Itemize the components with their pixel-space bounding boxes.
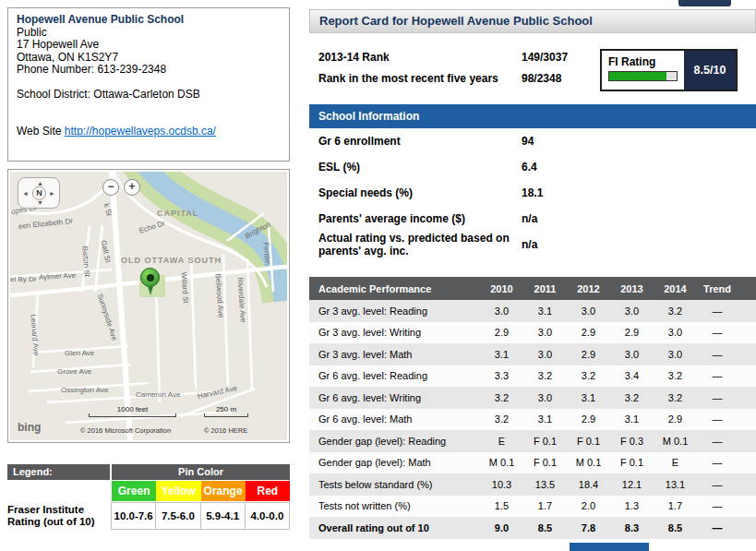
rank-label: 2013-14 Rank xyxy=(318,51,390,64)
academic-value: 3.2 xyxy=(480,392,523,403)
fi-rating-label: FI Rating xyxy=(608,55,678,68)
pan-left-icon[interactable]: ◄ xyxy=(22,190,29,197)
legend-color-cell: Orange xyxy=(201,481,246,501)
academic-value: F 0.1 xyxy=(523,457,567,468)
academic-row: Gr 6 avg. level: Writing3.23.03.13.23.2— xyxy=(309,387,756,409)
academic-value: 3.0 xyxy=(567,305,610,317)
academic-value: — xyxy=(697,370,756,381)
pin-tip-icon xyxy=(148,286,153,295)
academic-value: 3.2 xyxy=(610,392,654,403)
school-info-label: Actual rating vs. predicted based on par… xyxy=(318,232,518,258)
academic-value: E xyxy=(480,436,523,447)
academic-value: — xyxy=(697,500,756,511)
academic-row-label: Gr 3 avg. level: Reading xyxy=(309,305,480,317)
academic-row-label: Gr 6 avg. level: Writing xyxy=(309,392,480,403)
map-label: Aylmer Ave xyxy=(39,271,77,281)
academic-row-label: Tests not written (%) xyxy=(309,500,480,511)
academic-row: Tests not written (%)1.51.72.01.31.7— xyxy=(309,496,756,518)
map-label: Barton St xyxy=(81,246,91,277)
map-label: Glen Ave xyxy=(65,349,94,357)
map-scale-feet: 1000 feet xyxy=(89,405,176,417)
school-map-pin[interactable] xyxy=(140,268,161,297)
map-box: opes Lireen Elizabeth Drk StCAPITALEcho … xyxy=(7,169,290,443)
academic-row-label: Gr 3 avg. level: Math xyxy=(309,349,480,360)
pan-down-icon[interactable]: ▼ xyxy=(37,199,43,206)
academic-value: 2.9 xyxy=(567,349,610,360)
school-info-label: ESL (%) xyxy=(318,161,518,174)
school-type: Public xyxy=(17,27,281,40)
academic-row: Overall rating out of 109.08.57.88.38.5— xyxy=(309,517,756,539)
map-label: CAPITAL xyxy=(157,209,198,218)
pan-right-icon[interactable]: ► xyxy=(49,190,55,197)
school-info-row: Actual rating vs. predicted based on par… xyxy=(309,232,756,258)
academic-performance-table: Academic Performance20102011201220132014… xyxy=(309,277,756,539)
bing-logo[interactable]: bing xyxy=(18,421,41,434)
academic-value: 3.1 xyxy=(523,413,567,425)
academic-year-header: 2012 xyxy=(567,283,610,294)
academic-value: 13.1 xyxy=(654,479,697,490)
partial-button-top[interactable] xyxy=(678,0,731,6)
academic-value: 9.0 xyxy=(480,522,523,533)
school-address-line2: Ottawa, ON K1S2Y7 xyxy=(17,52,281,65)
academic-value: M 0.1 xyxy=(654,436,697,447)
pan-up-icon[interactable]: ▲ xyxy=(37,180,43,186)
academic-value: 1.5 xyxy=(480,500,523,511)
academic-value: M 0.1 xyxy=(567,457,610,468)
legend-range-row: Fraser Institute Rating (out of 10) 10.0… xyxy=(7,502,290,530)
academic-row: Gr 3 avg. level: Math3.13.02.93.03.0— xyxy=(309,343,756,365)
academic-row-label: Gr 6 avg. level: Reading xyxy=(309,370,480,381)
academic-value: 3.0 xyxy=(610,305,654,317)
academic-value: E xyxy=(654,457,697,468)
academic-value: F 0.1 xyxy=(523,436,567,447)
academic-table-body: Gr 3 avg. level: Reading3.03.13.03.03.2—… xyxy=(309,300,756,539)
school-website-link[interactable]: http://hopewellaveps.ocdsb.ca/ xyxy=(65,125,216,138)
academic-value: 1.7 xyxy=(654,500,697,511)
map-label: OLD OTTAWA SOUTH xyxy=(121,256,222,265)
academic-row-label: Gr 3 avg. level: Writing xyxy=(309,327,480,338)
legend-color-cell: Green xyxy=(112,481,156,501)
academic-year-header: 2010 xyxy=(480,283,523,294)
academic-value: 2.9 xyxy=(567,327,610,338)
school-information-rows: Gr 6 enrollment94ESL (%)6.4Special needs… xyxy=(309,128,756,258)
academic-value: 3.2 xyxy=(654,370,697,381)
academic-year-header: 2013 xyxy=(610,283,654,294)
map-canvas[interactable]: opes Lireen Elizabeth Drk StCAPITALEcho … xyxy=(10,172,287,440)
academic-row: Tests below standard (%)10.313.518.412.1… xyxy=(309,473,756,496)
academic-value: 3.0 xyxy=(523,327,567,338)
legend-range-cell: 10.0-7.6 xyxy=(111,502,156,530)
legend-title: Legend: xyxy=(7,464,110,480)
report-card-title-bar: Report Card for Hopewell Avenue Public S… xyxy=(309,9,756,33)
academic-value: — xyxy=(697,349,756,360)
academic-value: 13.5 xyxy=(523,479,567,490)
academic-value: 3.2 xyxy=(654,305,697,317)
school-info-label: Gr 6 enrollment xyxy=(318,135,518,148)
academic-value: — xyxy=(697,413,756,425)
zoom-in-button[interactable]: + xyxy=(124,179,140,196)
academic-value: 3.0 xyxy=(654,327,697,338)
map-compass[interactable]: ▲ ◄ N ► ▼ xyxy=(18,177,60,209)
academic-year-header: Trend xyxy=(697,283,756,294)
academic-value: 18.4 xyxy=(567,479,610,490)
map-label: Leonard Ave xyxy=(30,314,41,355)
map-label: Bellwood Ave xyxy=(214,273,225,317)
legend-rating-label: Fraser Institute Rating (out of 10) xyxy=(7,502,112,530)
academic-value: 2.0 xyxy=(567,500,610,511)
academic-value: 12.1 xyxy=(610,479,654,490)
compass-north-label[interactable]: N xyxy=(32,186,46,200)
zoom-out-button[interactable]: − xyxy=(102,179,119,196)
fi-rating-box: FI Rating 8.5/10 xyxy=(600,49,738,91)
academic-table-header: Academic Performance20102011201220132014… xyxy=(309,277,756,300)
legend-color-cells: GreenYellowOrangeRed xyxy=(112,481,290,501)
school-info-value: n/a xyxy=(522,238,537,251)
academic-row-label: Overall rating out of 10 xyxy=(309,522,480,533)
academic-value: F 0.1 xyxy=(610,457,654,468)
fi-rating-bar xyxy=(608,71,678,81)
partial-bar-bottom xyxy=(570,543,649,551)
school-info-label: Special needs (%) xyxy=(318,186,518,199)
map-label: Grove Ave xyxy=(57,367,91,376)
academic-value: 3.0 xyxy=(523,349,567,360)
legend-color-cell: Yellow xyxy=(156,481,200,501)
school-info-value: 6.4 xyxy=(522,161,537,174)
school-info-row: ESL (%)6.4 xyxy=(309,154,756,180)
map-label: el By Dr xyxy=(10,275,36,283)
